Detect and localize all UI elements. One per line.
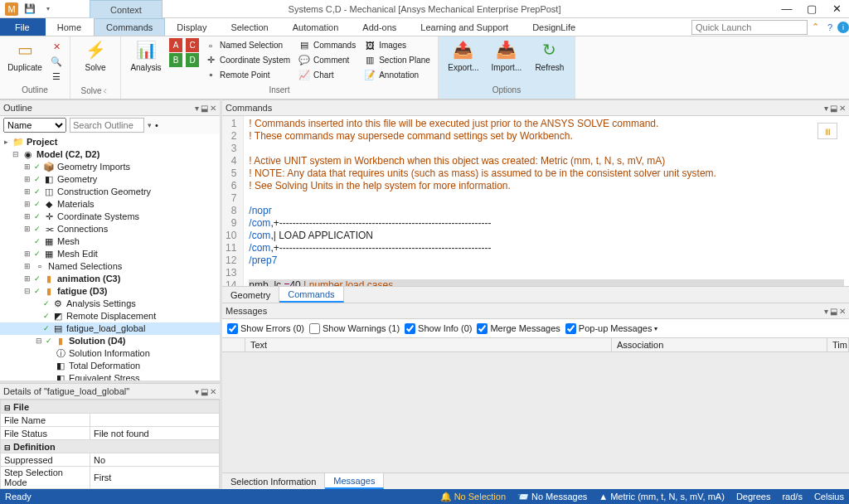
details-close-icon[interactable]: ✕ bbox=[210, 387, 216, 396]
suppressed-value[interactable]: No bbox=[90, 453, 220, 467]
delete-button[interactable]: ✕ bbox=[48, 40, 65, 54]
images-icon: 🖼 bbox=[364, 40, 376, 51]
insert-c-button[interactable]: C bbox=[186, 38, 199, 52]
show-warnings-checkbox[interactable]: Show Warnings (1) bbox=[309, 323, 400, 334]
insert-a-button[interactable]: A bbox=[169, 38, 182, 52]
messages-columns: Text Association Tim bbox=[222, 337, 849, 352]
tab-selection[interactable]: Selection bbox=[219, 18, 280, 36]
insert-d-button[interactable]: D bbox=[186, 53, 199, 67]
outline-header: Outline ▾ ⬓ ✕ bbox=[0, 99, 220, 116]
status-rads[interactable]: rad/s bbox=[782, 492, 802, 502]
refresh-button[interactable]: ↻ Refresh bbox=[530, 38, 570, 72]
group-outline: Outline bbox=[5, 85, 65, 97]
named-selections-icon: ▫ bbox=[34, 260, 46, 273]
named-selection-icon: ▫ bbox=[205, 40, 216, 51]
tree-button[interactable]: ☰ bbox=[48, 70, 65, 84]
mesh-icon: ▦ bbox=[43, 235, 55, 248]
details-dropdown-icon[interactable]: ▾ bbox=[195, 387, 199, 396]
duplicate-button[interactable]: ▭ Duplicate bbox=[5, 38, 45, 72]
merge-messages-checkbox[interactable]: Merge Messages bbox=[477, 323, 560, 334]
col-text[interactable]: Text bbox=[245, 338, 612, 351]
outline-filter-select[interactable]: Name bbox=[3, 118, 66, 133]
view-tab-geometry[interactable]: Geometry bbox=[222, 287, 279, 303]
remote-point-button[interactable]: ∘Remote Point bbox=[202, 68, 293, 82]
quick-access-toolbar: M 💾 ▾ bbox=[0, 2, 55, 16]
outline-search-input[interactable] bbox=[70, 118, 144, 133]
save-icon[interactable]: 💾 bbox=[23, 2, 36, 16]
code-options-icon[interactable]: ⫼ bbox=[817, 123, 837, 139]
connections-icon: ⫘ bbox=[43, 223, 55, 235]
messages-close-icon[interactable]: ✕ bbox=[839, 307, 846, 316]
animation-icon: ▮ bbox=[43, 273, 55, 285]
geometry-icon: ◧ bbox=[43, 173, 55, 186]
status-selection[interactable]: 🔔 No Selection bbox=[440, 492, 506, 502]
quick-launch-input[interactable] bbox=[691, 20, 808, 35]
comment-button[interactable]: 💬Comment bbox=[296, 53, 358, 67]
show-errors-checkbox[interactable]: Show Errors (0) bbox=[227, 323, 304, 334]
ribbon-tabstrip: File Home Commands Display Selection Aut… bbox=[0, 18, 849, 36]
info-icon[interactable]: i bbox=[837, 22, 849, 33]
tab-addons[interactable]: Add-ons bbox=[351, 18, 409, 36]
solution-info-icon: ⓘ bbox=[55, 347, 66, 360]
tab-designlife[interactable]: DesignLife bbox=[521, 18, 588, 36]
status-temp[interactable]: Celsius bbox=[814, 492, 844, 502]
maximize-button[interactable]: ▢ bbox=[799, 0, 824, 18]
file-name-value[interactable] bbox=[90, 414, 220, 427]
step-mode-value[interactable]: First bbox=[90, 467, 220, 489]
qat-dropdown-icon[interactable]: ▾ bbox=[41, 2, 55, 16]
ql-dropdown-icon[interactable]: ⌃ bbox=[808, 20, 822, 35]
chart-button[interactable]: 📈Chart bbox=[296, 68, 358, 82]
images-button[interactable]: 🖼Images bbox=[361, 38, 433, 52]
outline-dropdown-icon[interactable]: ▾ bbox=[195, 104, 199, 113]
tab-file[interactable]: File bbox=[0, 18, 46, 36]
code-gutter: 123456789101112131415161718192021222324 bbox=[222, 116, 244, 286]
messages-pin-icon[interactable]: ⬓ bbox=[830, 307, 837, 316]
outline-close-icon[interactable]: ✕ bbox=[210, 104, 216, 113]
bottom-tab-selection-info[interactable]: Selection Information bbox=[222, 473, 325, 489]
tab-display[interactable]: Display bbox=[165, 18, 219, 36]
import-button[interactable]: 📥 Import... bbox=[487, 38, 526, 72]
coord-sys-button[interactable]: ✛Coordinate System bbox=[202, 53, 293, 67]
analysis-button[interactable]: 📊 Analysis bbox=[126, 38, 166, 72]
code-editor[interactable]: 123456789101112131415161718192021222324 … bbox=[222, 116, 849, 286]
fatigue-icon: ▮ bbox=[43, 285, 55, 298]
status-ready: Ready bbox=[5, 492, 32, 502]
tab-commands[interactable]: Commands bbox=[94, 18, 165, 36]
insert-b-button[interactable]: B bbox=[169, 53, 182, 67]
search-icon: 🔍 bbox=[51, 56, 62, 67]
status-messages[interactable]: 📨No Messages bbox=[517, 492, 587, 502]
tab-automation[interactable]: Automation bbox=[281, 18, 352, 36]
solve-button[interactable]: ⚡ Solve bbox=[75, 38, 115, 72]
commands-dropdown-icon[interactable]: ▾ bbox=[824, 104, 828, 113]
commands-header: Commands ▾ ⬓ ✕ bbox=[222, 99, 849, 116]
export-button[interactable]: 📤 Export... bbox=[444, 38, 483, 72]
commands-button[interactable]: ▤Commands bbox=[296, 38, 358, 52]
tab-home[interactable]: Home bbox=[46, 18, 94, 36]
details-pin-icon[interactable]: ⬓ bbox=[201, 387, 208, 396]
tab-learning[interactable]: Learning and Support bbox=[409, 18, 521, 36]
commands-object-icon: ▤ bbox=[52, 322, 64, 335]
popup-messages-checkbox[interactable]: Pop-up Messages ▾ bbox=[565, 323, 658, 334]
col-timestamp[interactable]: Tim bbox=[827, 338, 849, 351]
view-tab-commands[interactable]: Commands bbox=[279, 287, 343, 303]
minimize-button[interactable]: — bbox=[774, 0, 799, 18]
named-selection-button[interactable]: ▫Named Selection bbox=[202, 38, 293, 52]
annotation-button[interactable]: 📝Annotation bbox=[361, 68, 433, 82]
commands-pin-icon[interactable]: ⬓ bbox=[830, 104, 837, 113]
col-association[interactable]: Association bbox=[612, 338, 827, 351]
outline-tree[interactable]: ▸📁Project ⊟◉Model (C2, D2) ⊞✓📦Geometry I… bbox=[0, 134, 220, 380]
find-button[interactable]: 🔍 bbox=[48, 55, 65, 69]
title-bar: M 💾 ▾ Context Systems C,D - Mechanical [… bbox=[0, 0, 849, 18]
status-units[interactable]: ▲ Metric (mm, t, N, s, mV, mA) bbox=[599, 492, 725, 502]
close-button[interactable]: ✕ bbox=[824, 0, 849, 18]
outline-search-dropdown-icon[interactable]: ▾ bbox=[148, 121, 152, 129]
commands-close-icon[interactable]: ✕ bbox=[839, 104, 846, 113]
bottom-tab-messages[interactable]: Messages bbox=[325, 473, 384, 489]
help-icon[interactable]: ? bbox=[822, 20, 837, 35]
outline-pin-icon[interactable]: ⬓ bbox=[201, 104, 208, 113]
messages-dropdown-icon[interactable]: ▾ bbox=[824, 307, 828, 316]
status-degrees[interactable]: Degrees bbox=[736, 492, 771, 502]
messages-header: Messages ▾ ⬓ ✕ bbox=[222, 303, 849, 319]
section-plane-button[interactable]: ▥Section Plane bbox=[361, 53, 433, 67]
show-info-checkbox[interactable]: Show Info (0) bbox=[405, 323, 472, 334]
